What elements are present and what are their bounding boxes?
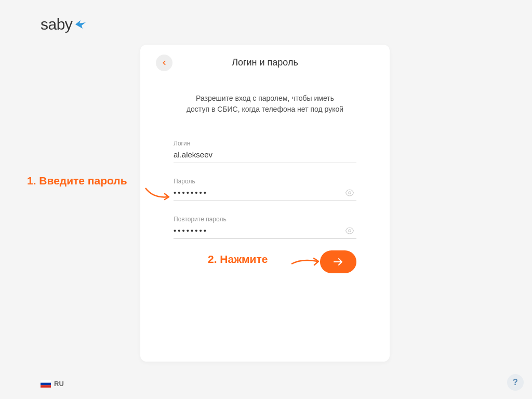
back-button[interactable] [156, 55, 172, 71]
repeat-password-input[interactable] [174, 226, 356, 235]
card-title: Логин и пароль [156, 57, 374, 68]
annotation-step-1: 1. Введите пароль [27, 175, 127, 187]
chevron-left-icon [161, 59, 168, 66]
password-label: Пароль [174, 178, 356, 185]
show-password-icon[interactable] [345, 188, 354, 200]
language-selector[interactable]: RU [41, 380, 64, 388]
login-input-wrapper [174, 150, 356, 163]
login-card: Логин и пароль Разрешите вход с паролем,… [140, 45, 390, 362]
help-button[interactable]: ? [507, 374, 524, 391]
repeat-password-field: Повторите пароль [174, 216, 356, 239]
login-form: Логин Пароль Повторите пароль [156, 140, 374, 239]
russia-flag-icon [41, 380, 51, 388]
svg-rect-4 [41, 385, 51, 388]
login-field: Логин [174, 140, 356, 163]
logo-text: saby [41, 16, 72, 33]
card-header: Логин и пароль [156, 57, 374, 68]
password-input-wrapper [174, 188, 356, 201]
card-description: Разрешите вход с паролем, чтобы иметь до… [156, 93, 374, 115]
annotation-arrow-2-icon [289, 255, 323, 270]
password-field: Пароль [174, 178, 356, 201]
svg-rect-2 [41, 380, 51, 383]
password-input[interactable] [174, 188, 356, 197]
help-icon: ? [513, 378, 518, 387]
repeat-password-label: Повторите пароль [174, 216, 356, 223]
submit-button[interactable] [320, 250, 356, 273]
logo: saby [41, 16, 87, 33]
language-code: RU [54, 380, 64, 388]
login-input[interactable] [174, 150, 356, 159]
login-label: Логин [174, 140, 356, 147]
svg-point-1 [349, 230, 351, 232]
logo-bird-icon [74, 18, 87, 31]
annotation-step-2: 2. Нажмите [208, 253, 268, 265]
svg-point-0 [349, 192, 351, 194]
svg-rect-3 [41, 382, 51, 385]
annotation-arrow-1-icon [143, 185, 174, 206]
repeat-password-input-wrapper [174, 226, 356, 239]
arrow-right-icon [332, 256, 344, 268]
show-repeat-password-icon[interactable] [345, 226, 354, 237]
